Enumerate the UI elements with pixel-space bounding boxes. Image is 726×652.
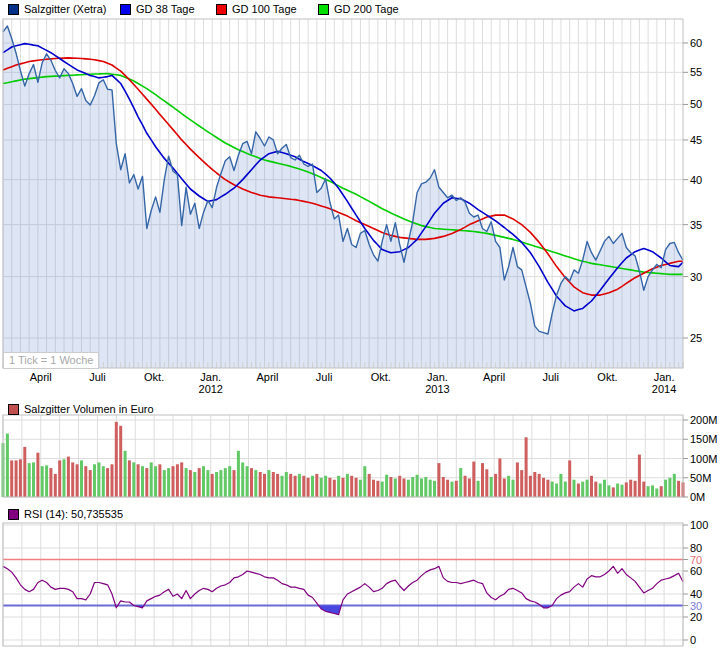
volume-bar (651, 485, 654, 497)
volume-bar (185, 468, 188, 497)
legend-item-rsi: RSI (14): 50,735535 (8, 508, 123, 520)
volume-bar (673, 474, 676, 497)
volume-bar (233, 470, 236, 497)
legend-label-gd38: GD 38 Tage (136, 3, 195, 15)
volume-bar (324, 476, 327, 497)
volume-bar (442, 477, 445, 497)
price-series-swatch-icon (8, 4, 19, 15)
volume-bar (603, 480, 606, 497)
volume-bar (10, 460, 13, 497)
volume-bar (128, 460, 131, 497)
gd200-swatch-icon (318, 4, 329, 15)
volume-bar (163, 470, 166, 497)
volume-bar (285, 472, 288, 497)
volume-bar (67, 457, 70, 497)
volume-bar (625, 482, 628, 497)
volume-swatch-icon (8, 404, 19, 415)
volume-bar (346, 474, 349, 497)
volume-bar (141, 466, 144, 497)
volume-bar (416, 475, 419, 497)
volume-bar (281, 476, 284, 497)
volume-bar (455, 481, 458, 497)
volume-bar (446, 480, 449, 497)
salzgitter-chart: Salzgitter (Xetra) GD 38 Tage GD 100 Tag… (0, 0, 726, 652)
volume-bar (477, 481, 480, 497)
volume-bar (590, 476, 593, 497)
volume-bar (211, 474, 214, 497)
volume-bar (581, 482, 584, 497)
legend-item-gd100: GD 100 Tage (216, 3, 297, 15)
volume-bar (433, 481, 436, 497)
volume-bar (381, 482, 384, 497)
volume-bar (32, 462, 35, 497)
volume-bar (315, 474, 318, 497)
volume-bar (577, 484, 580, 498)
volume-bar (451, 482, 454, 497)
volume-bar (472, 462, 475, 497)
volume-bar (28, 463, 31, 497)
volume-bar (202, 466, 205, 497)
volume-bar (93, 464, 96, 497)
volume-bar (124, 451, 127, 497)
volume-bar (76, 464, 79, 497)
volume-bar (403, 479, 406, 498)
volume-bar (564, 482, 567, 497)
volume-bar (150, 462, 153, 497)
volume-bar (54, 474, 57, 497)
rsi-swatch-icon (8, 509, 19, 520)
volume-bar (503, 479, 506, 498)
volume-bar (15, 460, 18, 497)
volume-bar (167, 468, 170, 497)
volume-bar (337, 476, 340, 497)
volume-bar (154, 466, 157, 497)
volume-bar (198, 468, 201, 497)
volume-bar (307, 478, 310, 497)
volume-bar (272, 472, 275, 497)
volume-bar (490, 477, 493, 497)
volume-bar (176, 464, 179, 497)
volume-bar (647, 486, 650, 497)
volume-legend: Salzgitter Volumen in Euro (0, 403, 726, 415)
legend-item-gd200: GD 200 Tage (318, 3, 399, 15)
volume-bar (80, 460, 83, 497)
volume-bar (394, 479, 397, 498)
legend-label-rsi: RSI (14): 50,735535 (24, 508, 123, 520)
volume-bar (559, 474, 562, 497)
volume-bar (668, 478, 671, 497)
legend-item-gd38: GD 38 Tage (120, 3, 195, 15)
volume-bar (573, 480, 576, 497)
volume-bar (355, 478, 358, 497)
volume-bar (132, 462, 135, 497)
volume-bar (102, 466, 105, 497)
volume-bar (250, 468, 253, 497)
volume-bar (89, 470, 92, 497)
volume-bar (97, 462, 100, 497)
volume-bar (634, 481, 637, 497)
legend-item-volume: Salzgitter Volumen in Euro (8, 403, 154, 415)
volume-bar (481, 463, 484, 497)
volume-bar (363, 466, 366, 497)
rsi-legend: RSI (14): 50,735535 (0, 508, 726, 520)
volume-bar (420, 479, 423, 498)
volume-bar (520, 470, 523, 497)
volume-bar (516, 462, 519, 497)
volume-bar (542, 478, 545, 497)
legend-label-volume: Salzgitter Volumen in Euro (24, 403, 154, 415)
volume-bar (145, 468, 148, 497)
volume-bar (642, 482, 645, 497)
legend-label-gd200: GD 200 Tage (334, 3, 399, 15)
volume-bar (512, 480, 515, 497)
volume-bar (193, 472, 196, 497)
volume-bar (398, 476, 401, 497)
volume-bar (246, 466, 249, 497)
gd38-swatch-icon (120, 4, 131, 15)
volume-bar (71, 462, 74, 497)
volume-bar (507, 476, 510, 497)
volume-bar (529, 476, 532, 497)
legend-item-price: Salzgitter (Xetra) (8, 3, 107, 15)
volume-bar (372, 480, 375, 497)
volume-bar (259, 472, 262, 497)
volume-bar (389, 477, 392, 497)
volume-bar (368, 474, 371, 497)
volume-bar (468, 479, 471, 498)
